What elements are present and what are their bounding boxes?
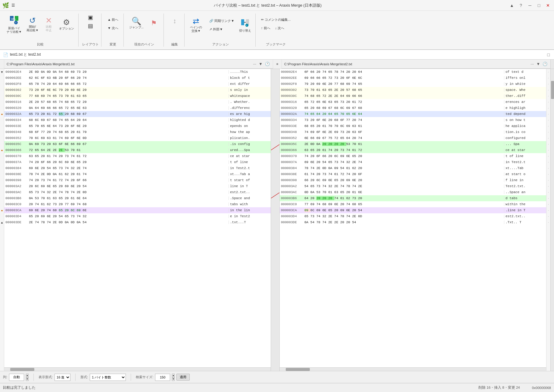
hex-row[interactable]: 0000036663 65 20 61 74 20 73 74 61 72 ce… bbox=[280, 147, 546, 153]
hex-row[interactable]: 000003162E 20 57 68 65 74 68 65 72 20 . … bbox=[4, 99, 271, 105]
swap-panes-btn[interactable]: ⇄ ペインの交換▼ bbox=[188, 16, 204, 34]
edit-comment-btn[interactable]: ✏ コメントの編集... bbox=[259, 16, 292, 23]
hex-row[interactable]: 0000035270 6C 69 63 61 74 69 6F 6E 0D pl… bbox=[4, 135, 271, 141]
options-btn[interactable]: ⚙ オプション bbox=[57, 17, 76, 32]
vscroll-thumb[interactable] bbox=[551, 81, 554, 99]
hex-row[interactable]: 000003C077 69 74 68 69 6E 20 74 68 65 wi… bbox=[280, 201, 546, 207]
maximize-btn[interactable]: □ bbox=[535, 2, 543, 9]
hamburger-menu[interactable]: ☰ bbox=[11, 3, 15, 8]
right-hscroll-thumb[interactable] bbox=[286, 368, 310, 371]
hex-row[interactable]: 000003C020 74 61 62 73 20 77 69 74 68 ta… bbox=[4, 201, 271, 207]
layout-single-btn[interactable]: ▤ bbox=[87, 22, 94, 30]
hex-row[interactable]: 000003A254 65 73 74 32 2E 74 78 74 2E Te… bbox=[280, 183, 546, 189]
minimize-window-btn[interactable]: ─ bbox=[526, 2, 534, 9]
hex-row[interactable]: 000003AC0D 0A 53 70 61 63 65 20 61 6E ..… bbox=[280, 189, 546, 195]
left-dropdown-btn[interactable]: ▼ bbox=[258, 62, 263, 66]
left-hscroll[interactable] bbox=[4, 367, 271, 371]
hex-row[interactable]: 0000037063 65 20 61 74 20 73 74 61 72 ce… bbox=[4, 153, 271, 159]
search-size-down-btn[interactable]: ▼ bbox=[172, 377, 175, 381]
hex-row[interactable]: 0000037A69 6E 20 54 65 73 74 32 2E 74 in… bbox=[280, 159, 546, 165]
search-size-input[interactable] bbox=[155, 374, 170, 381]
left-hex-content[interactable]: 000002E42E 0D 0A 0D 0A 54 68 69 73 20 ..… bbox=[4, 69, 271, 367]
format-select[interactable]: 16 進 10 進 bbox=[54, 374, 70, 381]
external-btn[interactable]: ↗ 外部▼ bbox=[207, 26, 236, 33]
hex-row[interactable]: 0000039866 20 6C 69 6E 65 20 69 6E 20 f … bbox=[280, 177, 546, 183]
hex-row[interactable]: 000003B60A 53 70 61 63 65 20 61 6E 64 .S… bbox=[4, 195, 271, 201]
hex-row[interactable]: 000003D465 73 74 32 2E 74 78 74 2E 0D es… bbox=[280, 213, 546, 219]
hex-row[interactable]: 000003D465 20 69 6E 20 54 65 73 74 32 e … bbox=[4, 213, 271, 219]
close-btn[interactable]: ✕ bbox=[544, 2, 552, 9]
hex-row[interactable]: 000002EE69 66 66 65 72 73 20 6F 6E 6C if… bbox=[280, 75, 546, 81]
hex-row[interactable]: 000003DE0A 54 78 74 2E 2E 20 20 54 .Txt.… bbox=[280, 219, 546, 225]
hex-row[interactable]: 0000038E61 74 20 73 74 61 72 74 20 6F at… bbox=[280, 171, 546, 177]
hex-row[interactable]: 0000038E78 74 2E 0D 0A 61 62 20 61 74 xt… bbox=[4, 171, 271, 177]
hex-row[interactable]: 0000031665 72 65 6E 63 65 73 20 61 72 er… bbox=[280, 99, 546, 105]
left-history-btn[interactable]: 🕐 bbox=[264, 62, 270, 66]
column-up-btn[interactable]: ▲ bbox=[26, 374, 29, 377]
hex-row[interactable]: 000003526E 66 69 67 75 72 65 64 20 74 co… bbox=[280, 135, 546, 141]
hex-row[interactable]: 0000039874 20 73 74 61 72 74 20 6F 66 t … bbox=[4, 177, 271, 183]
hex-row[interactable]: 0000035C2E 0D 0A 20 20 20 20 53 70 61 ..… bbox=[280, 141, 546, 147]
prev-change-btn[interactable]: ▲ 前へ bbox=[106, 16, 120, 23]
edit-arrows-btn[interactable]: ↕ bbox=[167, 16, 182, 26]
apply-btn[interactable]: 適用 bbox=[176, 374, 190, 381]
next-bookmark-btn[interactable]: ↓ 次へ bbox=[273, 24, 286, 32]
hex-row[interactable]: 0000034874 69 6F 6E 2E 69 73 20 63 6F ti… bbox=[280, 129, 546, 135]
new-binary-compare-btn[interactable]: 1011 1100 + 新規バイナリ比較▼ bbox=[5, 14, 23, 35]
hex-row[interactable]: 000002E42E 0D 0A 0D 0A 54 68 69 73 20 ..… bbox=[4, 69, 271, 75]
right-dropdown-btn[interactable]: ▼ bbox=[536, 62, 541, 66]
hex-row[interactable]: 0000030C74 68 65 72 2E 2E 64 69 66 66 th… bbox=[280, 93, 546, 99]
layout-two-pane-btn[interactable]: ▣ bbox=[87, 14, 94, 21]
sync-link-btn[interactable]: 🔗 同期リンク▼ bbox=[207, 17, 236, 24]
right-hscroll[interactable] bbox=[280, 367, 546, 371]
hex-row[interactable]: 000003DE2E 74 78 74 2E 0D 0A 0D 0A 54 .t… bbox=[4, 219, 271, 225]
hex-row[interactable]: 0000038478 74 2E 0D 0A 09 54 61 62 20 xt… bbox=[280, 165, 546, 171]
jump-btn[interactable]: 🔍 ジャンプ... bbox=[127, 16, 145, 30]
hex-row[interactable]: 000003B664 20 20 20 20 74 61 62 73 20 d … bbox=[280, 195, 546, 201]
minimize-btn[interactable]: ▲ bbox=[508, 2, 515, 9]
hex-row[interactable]: 0000033E68 65 20 61 70 70 6C 69 63 61 he… bbox=[280, 123, 546, 129]
help-btn[interactable]: ? bbox=[517, 2, 524, 9]
hex-row[interactable]: 0000032A74 65 64 20 64 65 70 65 6E 64 te… bbox=[280, 111, 546, 117]
hex-row[interactable]: 0000037074 20 6F 66 20 6C 69 6E 65 20 t … bbox=[280, 153, 546, 159]
hex-row[interactable]: 000003AC65 73 74 32 2E 74 78 74 2E 0D es… bbox=[4, 189, 271, 195]
hex-row[interactable]: 0000033E65 70 65 6E 64 73 20 6F 6E 20 ep… bbox=[4, 123, 271, 129]
hex-row[interactable]: 0000035C0A 69 73 20 63 6F 6E 66 69 67 .i… bbox=[4, 141, 271, 147]
right-history-btn[interactable]: 🕐 bbox=[542, 62, 548, 66]
hex-row[interactable]: 000002F865 78 74 20 64 69 66 66 65 72 ex… bbox=[4, 81, 271, 87]
hex-row[interactable]: 0000033468 6C 69 67 68 74 65 64 20 64 hl… bbox=[4, 117, 271, 123]
hex-row[interactable]: 0000033473 20 6F 6E 20 68 6F 77 20 74 s … bbox=[280, 117, 546, 123]
hex-row[interactable]: 0000038469 6E 20 54 65 73 74 32 2E 74 in… bbox=[4, 165, 271, 171]
maximize-pane-btn[interactable]: □ bbox=[546, 52, 551, 58]
search-size-stepper[interactable]: ▲ ▼ bbox=[172, 374, 175, 381]
hex-row[interactable]: 0000036672 65 64 2E 2E 2E 53 70 61 ured.… bbox=[4, 147, 271, 153]
column-down-btn[interactable]: ▼ bbox=[26, 377, 29, 381]
left-hscroll-thumb[interactable] bbox=[10, 368, 34, 371]
hex-row[interactable]: 000003CA09 6C 69 6E 65 20 69 6E 20 54 .l… bbox=[280, 207, 546, 213]
search-size-up-btn[interactable]: ▲ bbox=[172, 374, 175, 377]
hex-row[interactable]: 000003CA69 6E 20 74 68 65 20 6C 69 6E in… bbox=[4, 207, 271, 213]
prev-bookmark-btn[interactable]: ↑ 前へ bbox=[259, 24, 272, 32]
hex-row[interactable]: 0000030273 20 6F 6E 6C 79 20 69 6E 20 s … bbox=[4, 87, 271, 93]
hex-row[interactable]: 0000034868 6F 77 20 74 68 65 20 61 70 ho… bbox=[4, 129, 271, 135]
column-stepper[interactable]: ▲ ▼ bbox=[26, 374, 29, 381]
next-change-btn[interactable]: ▼ 次へ bbox=[106, 24, 120, 32]
hex-row[interactable]: 0000032065 20 68 69 67 68 6C 69 67 68 e … bbox=[280, 105, 546, 111]
start-compare-btn[interactable]: ↺ 開始/再比較▼ bbox=[25, 15, 40, 33]
right-hex-content[interactable]: 000002E46F 66 20 74 65 78 74 20 20 64 of… bbox=[280, 69, 546, 367]
vscroll[interactable] bbox=[550, 69, 554, 371]
edit-flag-btn[interactable]: ⚑ bbox=[147, 19, 161, 28]
right-menu-btn[interactable]: ··· bbox=[530, 62, 534, 66]
hex-row[interactable]: 0000030C77 68 69 74 65 73 70 61 63 65 wh… bbox=[4, 93, 271, 99]
hex-row[interactable]: 000002E46F 66 20 74 65 78 74 20 20 64 of… bbox=[280, 69, 546, 75]
left-menu-btn[interactable]: ··· bbox=[252, 62, 257, 66]
hex-row[interactable]: 000003A220 6C 69 6E 65 20 69 6E 20 54 li… bbox=[4, 183, 271, 189]
switch-pane-btn[interactable]: + 切り替え bbox=[237, 16, 253, 34]
hex-row[interactable]: 000003200A 64 69 66 66 65 72 65 6E 63 .d… bbox=[4, 105, 271, 111]
hex-row[interactable]: 0000037A74 20 6F 66 20 6C 69 6E 65 20 t … bbox=[4, 159, 271, 165]
stop-compare-btn[interactable]: ✕ 比較中止 bbox=[42, 15, 56, 33]
hex-row[interactable]: 0000030273 70 61 63 65 2E 20 57 68 65 sp… bbox=[280, 87, 546, 93]
hex-row[interactable]: 000002EE62 6C 6F 63 6B 20 6F 66 20 74 bl… bbox=[4, 75, 271, 81]
column-input[interactable] bbox=[9, 374, 24, 381]
hex-row[interactable]: 0000032A65 73 20 61 72 65 20 68 69 67 es… bbox=[4, 111, 271, 117]
